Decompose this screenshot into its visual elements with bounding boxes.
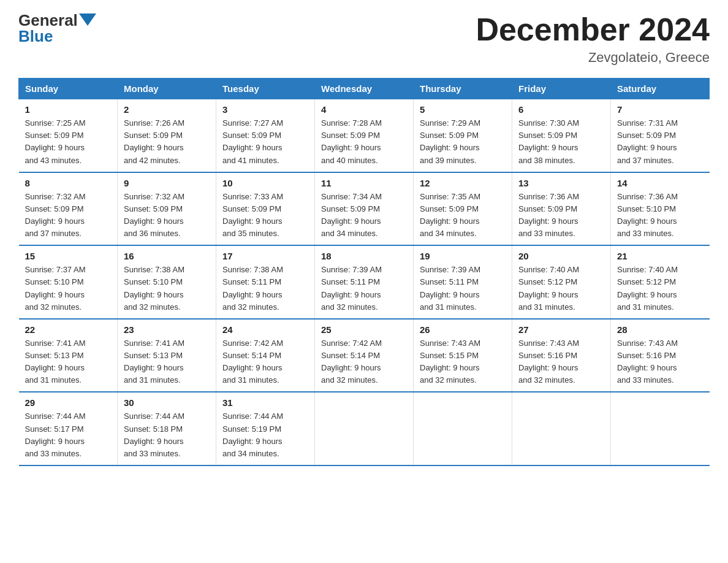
day-info: Sunrise: 7:32 AM Sunset: 5:09 PM Dayligh…	[124, 191, 210, 240]
calendar-cell: 28 Sunrise: 7:43 AM Sunset: 5:16 PM Dayl…	[611, 319, 710, 393]
day-number: 18	[321, 251, 407, 261]
calendar-table: SundayMondayTuesdayWednesdayThursdayFrid…	[18, 78, 710, 466]
day-number: 4	[321, 104, 407, 115]
day-number: 22	[25, 324, 112, 335]
day-number: 6	[518, 104, 604, 115]
day-info: Sunrise: 7:32 AM Sunset: 5:09 PM Dayligh…	[25, 191, 112, 240]
day-info: Sunrise: 7:39 AM Sunset: 5:11 PM Dayligh…	[321, 264, 407, 313]
calendar-week-row: 29 Sunrise: 7:44 AM Sunset: 5:17 PM Dayl…	[19, 392, 710, 465]
day-info: Sunrise: 7:38 AM Sunset: 5:10 PM Dayligh…	[124, 264, 210, 313]
day-info: Sunrise: 7:44 AM Sunset: 5:19 PM Dayligh…	[222, 410, 308, 460]
column-header-sunday: Sunday	[19, 79, 118, 99]
calendar-cell: 21 Sunrise: 7:40 AM Sunset: 5:12 PM Dayl…	[611, 245, 710, 319]
day-number: 9	[124, 178, 210, 188]
day-number: 7	[617, 104, 703, 115]
day-number: 14	[617, 178, 703, 188]
day-info: Sunrise: 7:44 AM Sunset: 5:17 PM Dayligh…	[25, 410, 112, 460]
day-info: Sunrise: 7:39 AM Sunset: 5:11 PM Dayligh…	[420, 264, 506, 313]
day-number: 3	[222, 104, 308, 115]
day-info: Sunrise: 7:29 AM Sunset: 5:09 PM Dayligh…	[420, 117, 506, 167]
day-info: Sunrise: 7:34 AM Sunset: 5:09 PM Dayligh…	[321, 191, 407, 240]
calendar-cell: 16 Sunrise: 7:38 AM Sunset: 5:10 PM Dayl…	[118, 245, 216, 319]
day-number: 29	[25, 397, 112, 408]
day-number: 26	[420, 324, 506, 335]
calendar-cell	[611, 392, 710, 465]
day-info: Sunrise: 7:31 AM Sunset: 5:09 PM Dayligh…	[617, 117, 703, 167]
calendar-cell: 15 Sunrise: 7:37 AM Sunset: 5:10 PM Dayl…	[19, 245, 118, 319]
day-info: Sunrise: 7:43 AM Sunset: 5:15 PM Dayligh…	[420, 337, 506, 387]
calendar-week-row: 15 Sunrise: 7:37 AM Sunset: 5:10 PM Dayl…	[19, 245, 710, 319]
calendar-cell: 24 Sunrise: 7:42 AM Sunset: 5:14 PM Dayl…	[216, 319, 315, 393]
column-header-friday: Friday	[512, 79, 611, 99]
day-info: Sunrise: 7:43 AM Sunset: 5:16 PM Dayligh…	[617, 337, 703, 387]
calendar-cell	[414, 392, 512, 465]
day-info: Sunrise: 7:44 AM Sunset: 5:18 PM Dayligh…	[124, 410, 210, 460]
day-number: 11	[321, 178, 407, 188]
day-info: Sunrise: 7:35 AM Sunset: 5:09 PM Dayligh…	[420, 191, 506, 240]
calendar-cell: 12 Sunrise: 7:35 AM Sunset: 5:09 PM Dayl…	[414, 172, 512, 246]
day-info: Sunrise: 7:43 AM Sunset: 5:16 PM Dayligh…	[518, 337, 604, 387]
day-number: 1	[25, 104, 112, 115]
calendar-subtitle: Zevgolateio, Greece	[476, 50, 710, 66]
calendar-cell: 25 Sunrise: 7:42 AM Sunset: 5:14 PM Dayl…	[315, 319, 414, 393]
calendar-cell: 4 Sunrise: 7:28 AM Sunset: 5:09 PM Dayli…	[315, 99, 414, 172]
column-header-wednesday: Wednesday	[315, 79, 414, 99]
calendar-cell: 13 Sunrise: 7:36 AM Sunset: 5:09 PM Dayl…	[512, 172, 611, 246]
calendar-cell: 19 Sunrise: 7:39 AM Sunset: 5:11 PM Dayl…	[414, 245, 512, 319]
day-info: Sunrise: 7:40 AM Sunset: 5:12 PM Dayligh…	[617, 264, 703, 313]
day-info: Sunrise: 7:36 AM Sunset: 5:09 PM Dayligh…	[518, 191, 604, 240]
calendar-cell	[315, 392, 414, 465]
calendar-cell: 31 Sunrise: 7:44 AM Sunset: 5:19 PM Dayl…	[216, 392, 315, 465]
day-number: 25	[321, 324, 407, 335]
calendar-cell: 23 Sunrise: 7:41 AM Sunset: 5:13 PM Dayl…	[118, 319, 216, 393]
calendar-cell: 5 Sunrise: 7:29 AM Sunset: 5:09 PM Dayli…	[414, 99, 512, 172]
column-header-monday: Monday	[118, 79, 216, 99]
day-number: 20	[518, 251, 604, 261]
day-number: 2	[124, 104, 210, 115]
calendar-cell: 17 Sunrise: 7:38 AM Sunset: 5:11 PM Dayl…	[216, 245, 315, 319]
day-info: Sunrise: 7:37 AM Sunset: 5:10 PM Dayligh…	[25, 264, 112, 313]
calendar-cell: 1 Sunrise: 7:25 AM Sunset: 5:09 PM Dayli…	[19, 99, 118, 172]
day-number: 10	[222, 178, 308, 188]
calendar-title: December 2024	[476, 12, 710, 47]
calendar-week-row: 1 Sunrise: 7:25 AM Sunset: 5:09 PM Dayli…	[19, 99, 710, 172]
page-header: General Blue December 2024 Zevgolateio, …	[18, 12, 710, 66]
day-number: 28	[617, 324, 703, 335]
logo-general-text: General	[18, 12, 78, 28]
calendar-cell: 9 Sunrise: 7:32 AM Sunset: 5:09 PM Dayli…	[118, 172, 216, 246]
day-info: Sunrise: 7:41 AM Sunset: 5:13 PM Dayligh…	[124, 337, 210, 387]
calendar-header-row: SundayMondayTuesdayWednesdayThursdayFrid…	[19, 79, 710, 99]
calendar-cell: 29 Sunrise: 7:44 AM Sunset: 5:17 PM Dayl…	[19, 392, 118, 465]
day-info: Sunrise: 7:42 AM Sunset: 5:14 PM Dayligh…	[222, 337, 308, 387]
day-info: Sunrise: 7:25 AM Sunset: 5:09 PM Dayligh…	[25, 117, 112, 167]
day-info: Sunrise: 7:33 AM Sunset: 5:09 PM Dayligh…	[222, 191, 308, 240]
logo-blue-text: Blue	[18, 28, 53, 44]
calendar-cell: 22 Sunrise: 7:41 AM Sunset: 5:13 PM Dayl…	[19, 319, 118, 393]
day-number: 5	[420, 104, 506, 115]
calendar-cell: 6 Sunrise: 7:30 AM Sunset: 5:09 PM Dayli…	[512, 99, 611, 172]
calendar-cell: 30 Sunrise: 7:44 AM Sunset: 5:18 PM Dayl…	[118, 392, 216, 465]
day-number: 30	[124, 397, 210, 408]
calendar-week-row: 22 Sunrise: 7:41 AM Sunset: 5:13 PM Dayl…	[19, 319, 710, 393]
day-number: 12	[420, 178, 506, 188]
day-number: 15	[25, 251, 112, 261]
day-info: Sunrise: 7:41 AM Sunset: 5:13 PM Dayligh…	[25, 337, 112, 387]
day-info: Sunrise: 7:38 AM Sunset: 5:11 PM Dayligh…	[222, 264, 308, 313]
day-info: Sunrise: 7:30 AM Sunset: 5:09 PM Dayligh…	[518, 117, 604, 167]
calendar-cell: 10 Sunrise: 7:33 AM Sunset: 5:09 PM Dayl…	[216, 172, 315, 246]
calendar-cell: 8 Sunrise: 7:32 AM Sunset: 5:09 PM Dayli…	[19, 172, 118, 246]
calendar-cell: 27 Sunrise: 7:43 AM Sunset: 5:16 PM Dayl…	[512, 319, 611, 393]
column-header-saturday: Saturday	[611, 79, 710, 99]
day-number: 8	[25, 178, 112, 188]
day-info: Sunrise: 7:40 AM Sunset: 5:12 PM Dayligh…	[518, 264, 604, 313]
day-info: Sunrise: 7:27 AM Sunset: 5:09 PM Dayligh…	[222, 117, 308, 167]
calendar-cell: 18 Sunrise: 7:39 AM Sunset: 5:11 PM Dayl…	[315, 245, 414, 319]
day-info: Sunrise: 7:26 AM Sunset: 5:09 PM Dayligh…	[124, 117, 210, 167]
day-number: 24	[222, 324, 308, 335]
calendar-cell: 7 Sunrise: 7:31 AM Sunset: 5:09 PM Dayli…	[611, 99, 710, 172]
day-info: Sunrise: 7:42 AM Sunset: 5:14 PM Dayligh…	[321, 337, 407, 387]
calendar-cell: 26 Sunrise: 7:43 AM Sunset: 5:15 PM Dayl…	[414, 319, 512, 393]
day-number: 23	[124, 324, 210, 335]
calendar-cell: 14 Sunrise: 7:36 AM Sunset: 5:10 PM Dayl…	[611, 172, 710, 246]
day-number: 21	[617, 251, 703, 261]
